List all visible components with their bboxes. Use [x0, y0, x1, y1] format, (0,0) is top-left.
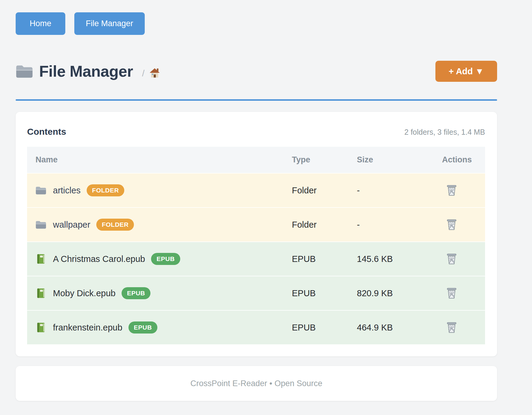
breadcrumb-separator: /: [142, 68, 144, 78]
name-cell: wallpaper FOLDER: [27, 219, 292, 231]
row-name[interactable]: articles: [53, 186, 81, 195]
row-type: EPUB: [292, 323, 357, 333]
column-header-actions: Actions: [442, 155, 485, 164]
row-type: Folder: [292, 220, 357, 230]
row-size: 820.9 KB: [357, 288, 442, 298]
trash-icon: [446, 219, 457, 231]
name-cell: A Christmas Carol.epub EPUB: [27, 253, 292, 265]
table-row: wallpaper FOLDER Folder -: [27, 207, 485, 241]
trash-icon: [446, 184, 457, 196]
table-row: A Christmas Carol.epub EPUB EPUB 145.6 K…: [27, 241, 485, 276]
footer-text: CrossPoint E-Reader • Open Source: [190, 379, 323, 388]
delete-button[interactable]: [442, 287, 457, 299]
row-size: 464.9 KB: [357, 323, 442, 333]
book-icon: [36, 254, 46, 264]
trash-icon: [446, 287, 457, 299]
column-header-name: Name: [27, 155, 292, 164]
delete-button[interactable]: [442, 321, 457, 334]
name-cell: articles FOLDER: [27, 184, 292, 196]
row-badge: EPUB: [122, 287, 150, 299]
row-name[interactable]: Moby Dick.epub: [53, 288, 116, 298]
column-header-size: Size: [357, 155, 442, 164]
column-header-type: Type: [292, 155, 357, 164]
contents-heading: Contents: [27, 126, 66, 137]
add-button[interactable]: + Add ▼: [435, 61, 497, 82]
actions-cell: [442, 184, 485, 196]
delete-button[interactable]: [442, 219, 457, 231]
table-body: articles FOLDER Folder - wallpaper FOLDE…: [27, 173, 485, 344]
row-badge: FOLDER: [87, 184, 124, 196]
actions-cell: [442, 287, 485, 299]
actions-cell: [442, 253, 485, 265]
table-row: frankenstein.epub EPUB EPUB 464.9 KB: [27, 310, 485, 344]
row-size: 145.6 KB: [357, 254, 442, 264]
table-row: Moby Dick.epub EPUB EPUB 820.9 KB: [27, 276, 485, 310]
row-size: -: [357, 220, 442, 230]
folder-icon: [36, 185, 46, 195]
row-name[interactable]: frankenstein.epub: [53, 323, 122, 333]
contents-summary: 2 folders, 3 files, 1.4 MB: [404, 128, 485, 137]
accent-divider: [16, 99, 497, 101]
name-cell: frankenstein.epub EPUB: [27, 321, 292, 334]
actions-cell: [442, 321, 485, 334]
nav-file-manager-button[interactable]: File Manager: [74, 12, 145, 35]
house-icon[interactable]: [149, 67, 161, 78]
row-badge: EPUB: [151, 253, 180, 265]
delete-button[interactable]: [442, 253, 457, 265]
page-header: File Manager / + Add ▼: [16, 58, 497, 85]
nav-home-button[interactable]: Home: [16, 12, 65, 35]
row-name[interactable]: A Christmas Carol.epub: [53, 254, 145, 264]
row-badge: FOLDER: [96, 219, 134, 231]
page: Home File Manager File Manager / + Add ▼…: [16, 0, 497, 401]
book-icon: [36, 322, 46, 333]
actions-cell: [442, 219, 485, 231]
top-nav: Home File Manager: [16, 0, 497, 35]
row-type: EPUB: [292, 288, 357, 298]
table-header-row: Name Type Size Actions: [27, 147, 485, 173]
book-icon: [36, 288, 46, 298]
folder-icon: [36, 220, 46, 230]
folder-icon: [16, 64, 33, 79]
row-type: EPUB: [292, 254, 357, 264]
file-table: Name Type Size Actions articles FOLDER F…: [27, 147, 485, 344]
row-type: Folder: [292, 186, 357, 195]
footer: CrossPoint E-Reader • Open Source: [16, 366, 497, 401]
contents-card: Contents 2 folders, 3 files, 1.4 MB Name…: [16, 112, 497, 356]
page-title: File Manager: [39, 62, 133, 80]
row-badge: EPUB: [128, 321, 157, 334]
row-size: -: [357, 186, 442, 195]
row-name[interactable]: wallpaper: [53, 220, 90, 230]
trash-icon: [446, 253, 457, 265]
delete-button[interactable]: [442, 184, 457, 196]
trash-icon: [446, 321, 457, 334]
table-row: articles FOLDER Folder -: [27, 173, 485, 207]
name-cell: Moby Dick.epub EPUB: [27, 287, 292, 299]
